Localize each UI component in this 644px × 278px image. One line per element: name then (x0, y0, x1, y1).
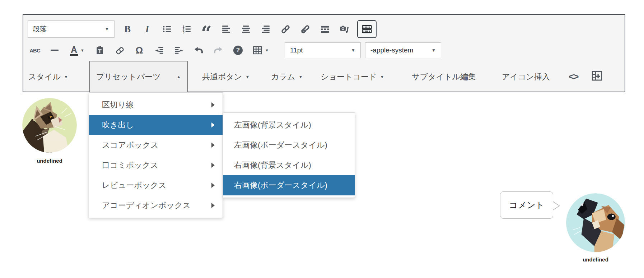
submenu-arrow-icon (211, 183, 215, 188)
italic-button[interactable]: I (140, 21, 154, 37)
horizontal-rule-icon (51, 50, 59, 51)
blockquote-button[interactable]: “ (199, 21, 214, 37)
submenu-item-left-image-bg[interactable]: 左画像(背景スタイル) (223, 115, 355, 135)
special-character-button[interactable]: Ω (132, 42, 146, 59)
menu-item-accordion-box[interactable]: アコーディオンボックス (89, 195, 223, 216)
chevron-down-icon[interactable]: ▼ (265, 48, 269, 52)
chevron-down-icon: ▼ (431, 48, 436, 53)
align-left-button[interactable] (219, 21, 233, 37)
submenu-item-left-image-border[interactable]: 左画像(ボーダースタイル) (223, 135, 355, 155)
align-right-button[interactable] (258, 21, 273, 37)
undo-button[interactable] (191, 42, 206, 59)
block-format-select[interactable]: 段落 ▼ (28, 20, 115, 38)
comment-speech-bubble[interactable]: コメント (500, 191, 553, 219)
common-button-dropdown[interactable]: 共通ボタン ▼ (202, 71, 256, 82)
table-plus-icon (591, 70, 603, 84)
menu-item-speech-bubble[interactable]: 吹き出し (89, 115, 223, 135)
menu-item-label: スコアボックス (102, 140, 159, 150)
numbered-list-button[interactable]: 1 2 3 (179, 21, 194, 37)
chevron-down-icon: ▼ (246, 74, 250, 79)
paste-text-icon (95, 46, 104, 55)
preset-parts-menu: 区切り線 吹き出し スコアボックス 口コミボックス レビューボックス アコーディ… (89, 92, 223, 218)
blockquote-icon: “ (201, 31, 212, 35)
italic-icon: I (145, 24, 149, 35)
speech-bubble-submenu: 左画像(背景スタイル) 左画像(ボーダースタイル) 右画像(背景スタイル) 右画… (223, 112, 355, 198)
add-media-button[interactable] (337, 21, 352, 37)
code-icon: <> (569, 71, 578, 82)
shortcode-dropdown[interactable]: ショートコード ▼ (321, 71, 397, 82)
font-family-value: -apple-system (370, 46, 413, 54)
left-avatar-caption: undefined (22, 158, 77, 164)
insert-link-button[interactable] (278, 21, 293, 37)
menu-item-divider-line[interactable]: 区切り線 (89, 95, 223, 115)
outdent-button[interactable] (152, 42, 166, 59)
text-color-button[interactable]: A ▼ (67, 42, 87, 59)
indent-button[interactable] (172, 42, 186, 59)
chevron-down-icon[interactable]: ▼ (80, 48, 84, 52)
chevron-down-icon: ▼ (299, 74, 303, 79)
submenu-arrow-icon (211, 203, 215, 208)
numbered-list-icon: 1 2 3 (182, 24, 191, 34)
read-more-button[interactable] (318, 21, 332, 37)
column-dropdown[interactable]: カラム ▼ (271, 71, 305, 82)
menu-item-score-box[interactable]: スコアボックス (89, 135, 223, 155)
text-color-icon: A (70, 45, 78, 56)
strikethrough-button[interactable]: ABC (28, 42, 42, 59)
menu-item-review-comment-box[interactable]: 口コミボックス (89, 155, 223, 175)
font-family-select[interactable]: -apple-system ▼ (365, 42, 441, 58)
paste-as-text-button[interactable] (93, 42, 107, 59)
media-icon (340, 24, 350, 34)
editor-canvas: 段落 ▼ B I 1 2 3 (0, 0, 644, 278)
eraser-icon (115, 46, 125, 55)
source-code-button[interactable]: <> (569, 71, 583, 82)
icon-insert-button[interactable]: アイコン挿入 (502, 71, 558, 82)
menu-item-label: 区切り線 (102, 99, 134, 110)
clear-formatting-button[interactable] (112, 42, 127, 59)
dog-avatar-image[interactable] (566, 193, 625, 252)
submenu-item-right-image-border[interactable]: 右画像(ボーダースタイル) (223, 175, 355, 195)
chevron-down-icon: ▼ (64, 74, 68, 79)
svg-text:3: 3 (183, 31, 185, 34)
help-button[interactable]: ? (231, 42, 245, 59)
submenu-arrow-icon (211, 143, 215, 148)
submenu-item-right-image-bg[interactable]: 右画像(背景スタイル) (223, 155, 355, 175)
right-avatar-caption: undefined (566, 256, 625, 263)
help-icon: ? (233, 46, 243, 55)
insert-table-button[interactable] (591, 70, 605, 84)
keyboard-icon (361, 24, 372, 34)
block-format-value: 段落 (33, 24, 47, 34)
horizontal-rule-button[interactable] (47, 42, 62, 59)
font-size-select[interactable]: 11pt ▼ (285, 42, 361, 58)
bullet-list-button[interactable] (160, 21, 174, 37)
toolbar-toggle-button[interactable] (357, 20, 377, 38)
subtitle-edit-button[interactable]: サブタイトル編集 (412, 71, 491, 82)
redo-icon (213, 45, 223, 55)
common-button-label: 共通ボタン (202, 71, 242, 82)
font-size-value: 11pt (290, 46, 303, 54)
menu-item-review-box[interactable]: レビューボックス (89, 175, 223, 195)
align-right-icon (261, 24, 270, 34)
submenu-arrow-icon (211, 122, 215, 128)
outdent-icon (154, 46, 164, 55)
omega-icon: Ω (136, 45, 143, 56)
preset-parts-dropdown[interactable]: プリセットパーツ ▲ (89, 61, 188, 92)
style-dropdown[interactable]: スタイル ▼ (28, 71, 76, 82)
bubble-tail-fill (553, 202, 559, 210)
table-button[interactable]: ▼ (251, 42, 271, 59)
unlink-icon (300, 24, 310, 34)
strikethrough-icon: ABC (29, 47, 40, 54)
tinymce-toolbar: 段落 ▼ B I 1 2 3 (23, 14, 625, 92)
redo-button[interactable] (211, 42, 225, 59)
toolbar-row-2: ABC A ▼ Ω (28, 41, 441, 60)
submenu-item-label: 右画像(ボーダースタイル) (234, 180, 327, 191)
remove-link-button[interactable] (298, 21, 312, 37)
subtitle-edit-label: サブタイトル編集 (412, 71, 476, 82)
submenu-item-label: 左画像(背景スタイル) (234, 120, 311, 130)
align-center-button[interactable] (239, 21, 253, 37)
bold-button[interactable]: B (120, 21, 135, 37)
submenu-arrow-icon (211, 163, 215, 168)
chevron-down-icon: ▼ (380, 74, 384, 79)
align-left-icon (221, 24, 231, 34)
cat-avatar-image[interactable] (22, 98, 77, 153)
shortcode-label: ショートコード (321, 71, 377, 82)
